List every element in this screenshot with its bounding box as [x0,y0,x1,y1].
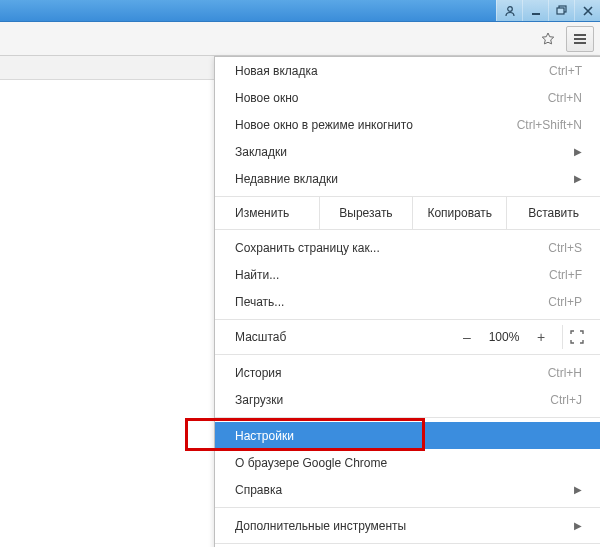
menu-item-shortcut: Ctrl+J [550,393,582,407]
menu-edit-paste[interactable]: Вставить [507,197,600,229]
menu-item-label: Справка [235,483,568,497]
restore-icon [556,5,567,16]
menu-item-save-as[interactable]: Сохранить страницу как... Ctrl+S [215,234,600,261]
menu-item-label: Дополнительные инструменты [235,519,568,533]
menu-item-new-window[interactable]: Новое окно Ctrl+N [215,84,600,111]
menu-item-shortcut: Ctrl+H [548,366,582,380]
menu-item-label: История [235,366,548,380]
menu-item-find[interactable]: Найти... Ctrl+F [215,261,600,288]
menu-item-label: Найти... [235,268,549,282]
menu-item-shortcut: Ctrl+N [548,91,582,105]
menu-edit-row: Изменить Вырезать Копировать Вставить [215,196,600,230]
titlebar-close-button[interactable] [574,0,600,21]
menu-item-label: Настройки [235,429,582,443]
main-menu-button[interactable] [566,26,594,52]
menu-item-label: Печать... [235,295,548,309]
menu-edit-copy[interactable]: Копировать [413,197,507,229]
menu-item-incognito[interactable]: Новое окно в режиме инкогнито Ctrl+Shift… [215,111,600,138]
menu-item-shortcut: Ctrl+Shift+N [517,118,582,132]
menu-item-label: Новая вкладка [235,64,549,78]
minimize-icon [531,6,541,16]
svg-rect-5 [574,38,586,40]
svg-point-0 [507,6,512,11]
fullscreen-button[interactable] [562,325,590,349]
chevron-right-icon: ▶ [574,520,582,531]
menu-item-shortcut: Ctrl+S [548,241,582,255]
window-titlebar [0,0,600,22]
svg-rect-1 [532,13,540,15]
menu-item-about[interactable]: О браузере Google Chrome [215,449,600,476]
fullscreen-icon [570,330,584,344]
close-icon [583,6,593,16]
bookmark-star-button[interactable] [534,26,562,52]
svg-rect-4 [574,34,586,36]
chevron-right-icon: ▶ [574,146,582,157]
menu-item-recent-tabs[interactable]: Недавние вкладки ▶ [215,165,600,192]
menu-edit-label: Изменить [215,197,320,229]
menu-item-shortcut: Ctrl+P [548,295,582,309]
chevron-right-icon: ▶ [574,173,582,184]
menu-item-history[interactable]: История Ctrl+H [215,359,600,386]
titlebar-minimize-button[interactable] [522,0,548,21]
hamburger-icon [573,33,587,45]
user-icon [504,5,516,17]
menu-zoom-label: Масштаб [235,330,452,344]
main-menu: Новая вкладка Ctrl+T Новое окно Ctrl+N Н… [214,56,600,547]
menu-item-bookmarks[interactable]: Закладки ▶ [215,138,600,165]
zoom-in-button[interactable]: + [526,329,556,345]
menu-separator [215,417,600,418]
menu-separator [215,543,600,544]
browser-toolbar [0,22,600,56]
titlebar-user-button[interactable] [496,0,522,21]
menu-item-downloads[interactable]: Загрузки Ctrl+J [215,386,600,413]
menu-separator [215,507,600,508]
tab-strip-placeholder [0,56,214,80]
menu-item-label: Новое окно [235,91,548,105]
menu-item-label: Новое окно в режиме инкогнито [235,118,517,132]
menu-item-label: Загрузки [235,393,550,407]
menu-item-label: Закладки [235,145,568,159]
menu-item-more-tools[interactable]: Дополнительные инструменты ▶ [215,512,600,539]
zoom-out-button[interactable]: – [452,329,482,345]
menu-item-label: Недавние вкладки [235,172,568,186]
menu-item-new-tab[interactable]: Новая вкладка Ctrl+T [215,57,600,84]
menu-edit-cut[interactable]: Вырезать [320,197,414,229]
menu-item-label: О браузере Google Chrome [235,456,582,470]
chevron-right-icon: ▶ [574,484,582,495]
svg-rect-3 [557,8,564,14]
zoom-value: 100% [482,330,526,344]
menu-item-label: Сохранить страницу как... [235,241,548,255]
menu-item-print[interactable]: Печать... Ctrl+P [215,288,600,315]
menu-item-shortcut: Ctrl+F [549,268,582,282]
star-icon [540,31,556,47]
menu-zoom-row: Масштаб – 100% + [215,319,600,355]
menu-item-settings[interactable]: Настройки [215,422,600,449]
menu-item-help[interactable]: Справка ▶ [215,476,600,503]
svg-rect-6 [574,42,586,44]
menu-item-shortcut: Ctrl+T [549,64,582,78]
titlebar-restore-button[interactable] [548,0,574,21]
